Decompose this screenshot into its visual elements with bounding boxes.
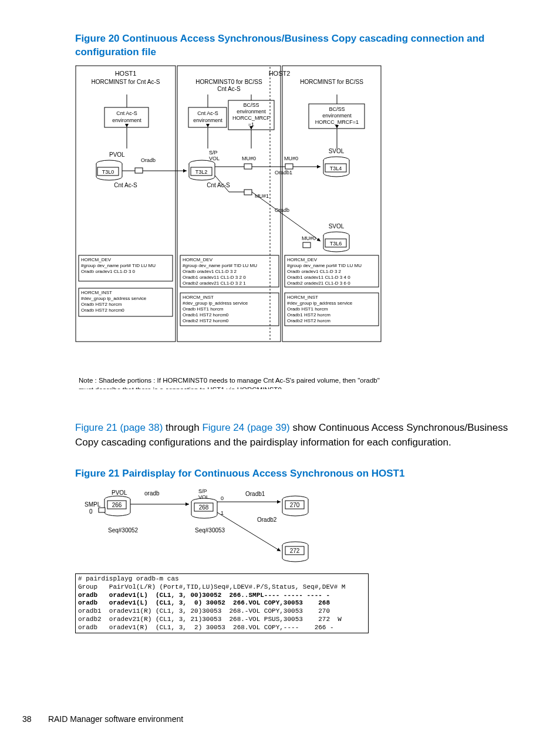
h2l-dev-r0: Oradb oradev1 CL1-D 3 2	[183, 269, 237, 274]
h2l-disk: T3L2	[195, 169, 208, 175]
svg-line-30	[252, 192, 321, 241]
h2l-env1-l2: environment	[193, 117, 222, 123]
svg-rect-26	[285, 164, 293, 169]
h2r-svol2: SVOL	[329, 223, 345, 229]
page-footer: 38 RAID Manager software environment	[22, 714, 183, 724]
h1-env-l2: environment	[112, 117, 141, 123]
h2l-inst-r0: Oradb HST1 horcm	[183, 306, 224, 312]
host2-title: HOST2	[269, 70, 291, 77]
h1-disk: T3L0	[102, 169, 114, 175]
h1-dev-r0: Oradb oradev1 CL1-D 3 0	[81, 269, 136, 274]
f21-smpl-l2: 0	[89, 508, 93, 515]
h2l-mu0: MU#0	[242, 156, 256, 161]
h2l-inst-r2: Oradb2 HST2 horcm0	[183, 318, 229, 323]
svg-rect-27	[244, 190, 252, 195]
h2l-spvol-l2: VOL	[209, 156, 220, 161]
f21-268: 268	[199, 504, 209, 511]
pd-row-0: oradb oradev1(L) (CL1, 3, 00)30052 266..…	[78, 592, 366, 600]
h2r-dev-r0: Oradb oradev1 CL1-D 3 2	[287, 269, 342, 274]
h2r-dev-r2: Oradb2 oradev21 CL1-D 3 6 0	[287, 281, 350, 286]
h2r-env-l3: HORCC_MRCF=1	[315, 119, 359, 125]
h2r-env-l2: environment	[322, 113, 352, 119]
f21-266: 266	[112, 502, 122, 508]
pd-header: Group PairVol(L/R) (Port#,TID,LU)Seq#,LD…	[78, 583, 366, 592]
f21-zero: 0	[221, 495, 224, 501]
h2l-link: Cnt Ac-S	[207, 182, 230, 188]
f21-270: 270	[290, 502, 300, 508]
host1-title: HOST1	[115, 70, 137, 77]
h2r-svol1: SVOL	[329, 148, 345, 154]
h1-dev-title: HORCM_DEV	[81, 257, 112, 262]
h1-link: Cnt Ac-S	[114, 182, 137, 188]
h2l-env2-l3: HORCC_MRCF	[232, 115, 271, 121]
link-figure-21[interactable]: Figure 21 (page 38)	[75, 422, 163, 433]
f21-oradb1: Oradb1	[245, 491, 265, 497]
h1-oradb: Oradb	[141, 157, 156, 163]
h2r-inst-r1: Oradb1 HST2 horcm	[287, 312, 330, 318]
h2l-env2-l1: BC/SS	[243, 102, 259, 108]
host2r-sub: HORCMINST for BC/SS	[300, 79, 363, 85]
h2r-dev-hdr: #group dev_name port# TID LU MU	[287, 263, 362, 268]
h2r-inst-r0: Oradb HST1 horcm	[287, 306, 328, 312]
h2l-dev-r2: Oradb2 oradev21 CL1-D 3 2 1	[183, 281, 246, 286]
h2l-inst-r1: Oradb1 HST2 horcm0	[183, 312, 229, 318]
h1-dev-hdr: #group dev_name port# TID LU MU	[81, 263, 156, 268]
h2l-inst-title: HORCM_INST	[183, 295, 214, 300]
svg-rect-23	[244, 164, 252, 169]
h2l-dev-title: HORCM_DEV	[183, 257, 213, 262]
h1-inst-title: HORCM_INST	[81, 290, 112, 295]
h2r-dev-r1: Oradb1 oradev11 CL1-D 3 4 0	[287, 275, 350, 280]
f21-oradb: oradb	[144, 490, 160, 497]
h2l-spvol-l1: S/P	[209, 150, 218, 156]
pd-cmd: # pairdisplayg oradb-m cas	[78, 575, 366, 583]
f21-smpl-l1: SMPL	[85, 501, 101, 508]
h2r-env-l1: BC/SS	[329, 106, 345, 112]
host2-sub1: HORCMINST0 for BC/SS	[195, 79, 262, 85]
f21-oradb2: Oradb2	[257, 517, 277, 523]
h2l-env2-l4: =1	[248, 121, 254, 127]
link-figure-24[interactable]: Figure 24 (page 39)	[202, 422, 289, 433]
figure-21-caption: Figure 21 Pairdisplay for Continuous Acc…	[75, 467, 510, 481]
figure-20-note: Note : Shadede portions : If HORCMINST0 …	[79, 376, 382, 389]
h2r-oradb: Oradb	[275, 207, 289, 213]
h1-inst-r1: Oradb HST2 horcm0	[81, 308, 124, 313]
figure-20-caption: Figure 20 Continuous Access Synchronous/…	[75, 32, 510, 59]
h2l-dev-r1: Oradb1 oradev11 CL1-D 3 2 0	[183, 275, 246, 280]
h1-inst-r0: Oradb HST2 horcm	[81, 302, 122, 307]
footer-title: RAID Manager software environment	[48, 714, 183, 724]
h2r-inst-title: HORCM_INST	[287, 295, 318, 300]
f21-272: 272	[290, 548, 300, 554]
host1-sub: HORCMINST for Cnt Ac-S	[91, 79, 160, 85]
pd-row-3: oradb2 oradev21(R) (CL1, 3, 21)30053 268…	[78, 616, 366, 624]
h1-pvol: PVOL	[109, 151, 125, 158]
page-number: 38	[22, 714, 46, 724]
h2l-dev-hdr: #group dev_name port# TID LU MU	[183, 263, 257, 268]
figure-21-diagram: SMPL 0 PVOL 266 Seq#30052 oradb S/P VOL	[75, 487, 510, 569]
svg-rect-35	[303, 242, 311, 248]
figure-20-diagram: HOST1 HORCMINST for Cnt Ac-S HOST2 HORCM…	[75, 65, 510, 391]
pd-row-4: oradb oradev1(R) (CL1, 3, 2) 30053 268.V…	[78, 624, 366, 632]
host2-sub2: Cnt Ac-S	[217, 86, 241, 92]
svg-rect-44	[99, 508, 105, 512]
pairdisplay-output: # pairdisplayg oradb-m casGroup PairVol(…	[75, 573, 369, 633]
h2r-mu0a: MU#0	[284, 156, 298, 161]
para-mid: through	[163, 422, 202, 433]
h2r-inst-r2: Oradb2 HST2 horcm	[287, 318, 330, 323]
h2l-inst-hdr: #dev_group ip_address service	[183, 301, 248, 306]
h1-inst-hdr: #dev_group ip_address service	[81, 296, 147, 301]
h1-env-l1: Cnt Ac-S	[116, 110, 137, 116]
f21-seq2: Seq#30053	[195, 527, 225, 534]
pd-row-1: oradb oradev1(L) (CL1, 3, 0) 30052 266.V…	[78, 599, 366, 607]
h2r-disk2: T3L6	[330, 241, 342, 247]
f21-spvol-l1: S/P	[198, 488, 207, 494]
body-paragraph: Figure 21 (page 38) through Figure 24 (p…	[75, 421, 510, 450]
h2l-mu1: MU#1	[255, 193, 269, 199]
h2r-disk1: T3L4	[330, 166, 342, 171]
f21-pvol: PVOL	[112, 490, 127, 496]
h2r-oradb1: Oradb1	[275, 170, 292, 175]
h2r-dev-title: HORCM_DEV	[287, 257, 318, 262]
h2l-env2-l2: environment	[237, 109, 266, 114]
h2r-inst-hdr: #dev_group ip_address service	[287, 301, 353, 306]
h2l-env1-l1: Cnt Ac-S	[197, 110, 218, 116]
pd-row-2: oradb1 oradev11(R) (CL1, 3, 20)30053 268…	[78, 607, 366, 616]
